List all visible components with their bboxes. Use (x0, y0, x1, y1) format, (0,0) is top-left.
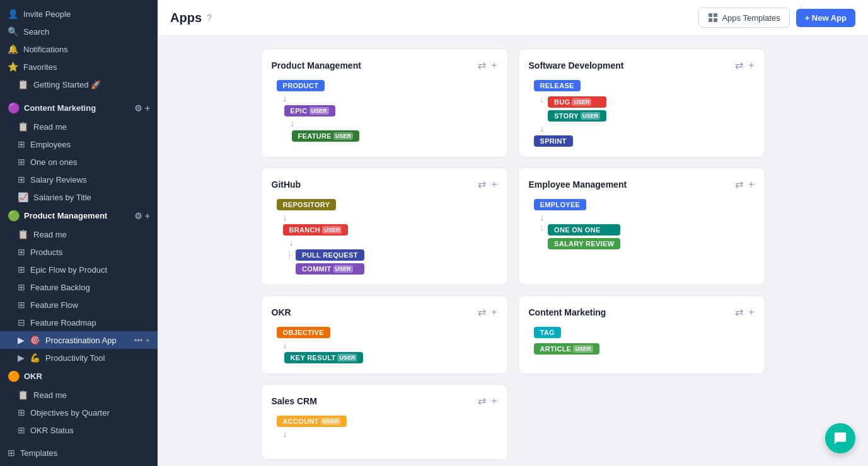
add-icon[interactable]: + (491, 395, 497, 407)
target-icon: 🎯 (30, 335, 40, 345)
settings-icon[interactable]: ⇄ (478, 395, 486, 407)
card-actions-github: ⇄ + (478, 178, 497, 190)
sidebar-item-pm-epic-flow[interactable]: ⊞ Epic Flow by Product (0, 261, 158, 278)
sidebar-item-okr-readme[interactable]: 📋 Read me (0, 386, 158, 404)
card-header-product-management: Product Management ⇄ + (272, 59, 497, 71)
templates-icon: ⊞ (8, 448, 15, 458)
entity-flow-sales-crm: ACCOUNT USER ↓ (272, 416, 497, 438)
entity-row: REPOSITORY (277, 199, 497, 210)
sidebar-label-pm-feature-backlog: Feature Backlog (30, 283, 90, 292)
card-title-content-marketing: Content Marketing (529, 307, 606, 317)
sidebar-item-cm-salary-reviews[interactable]: ⊞ Salary Reviews (0, 171, 158, 188)
sidebar-item-invite-people[interactable]: 👤 Invite People (0, 5, 158, 23)
arrow-down: ↓ (277, 94, 497, 103)
sidebar-item-cm-readme[interactable]: 📋 Read me (0, 118, 158, 135)
sidebar-item-cm-employees[interactable]: ⊞ Employees (0, 135, 158, 153)
sidebar-group-label-okr: OKR (24, 372, 42, 381)
sidebar-label-pm-feature-roadmap: Feature Roadmap (30, 318, 96, 327)
add-icon[interactable]: + (491, 179, 497, 190)
settings-icon[interactable]: ⇄ (478, 59, 486, 71)
muscle-icon: 💪 (30, 353, 40, 363)
entity-row: RELEASE (534, 80, 755, 91)
sidebar-item-apps[interactable]: ⊞ Apps + New App (0, 462, 158, 466)
sidebar-label-notifications: Notifications (23, 45, 68, 54)
card-title-sales-crm: Sales CRM (272, 396, 317, 406)
entity-row: EPIC USER (277, 105, 497, 116)
add-icon[interactable]: + (491, 60, 497, 71)
sidebar-item-templates[interactable]: ⊞ Templates (0, 444, 158, 462)
sidebar-label-favorites: Favorites (23, 62, 57, 72)
add-icon[interactable]: + (145, 103, 150, 113)
add-icon[interactable]: + (748, 307, 754, 318)
settings-icon[interactable]: ⇄ (735, 59, 743, 71)
more-icon[interactable]: ••• (134, 336, 143, 345)
entity-flow-content-marketing: TAG ARTICLE USER (529, 327, 755, 355)
sidebar-item-procrastination-app[interactable]: ▶ 🎯 Procrastination App ••• + (0, 331, 158, 349)
sidebar-label-search: Search (23, 27, 49, 37)
sidebar-group-content-marketing[interactable]: 🟣 Content Marketing ⚙ + (0, 98, 158, 118)
entity-flow-github: REPOSITORY ↓ BRANCH USER ↓ ├ PULL REQUES… (272, 199, 497, 275)
settings-icon[interactable]: ⚙ (134, 211, 142, 221)
add-icon[interactable]: + (748, 60, 754, 71)
sidebar-label-cm-readme: Read me (33, 122, 67, 132)
grid-icon: ⊞ (18, 174, 25, 185)
sidebar-group-product-management[interactable]: 🟢 Product Management ⚙ + (0, 206, 158, 225)
sidebar-item-getting-started[interactable]: 📋 Getting Started 🚀 (0, 76, 158, 93)
settings-icon[interactable]: ⇄ (735, 178, 743, 190)
page-title: Apps (170, 11, 202, 25)
svg-rect-3 (714, 18, 717, 22)
sidebar-group-okr[interactable]: 🟠 OKR (0, 367, 158, 386)
settings-icon[interactable]: ⇄ (478, 178, 486, 190)
card-employee-management: Employee Management ⇄ + EMPLOYEE ↓ └ ONE… (518, 168, 765, 285)
apps-templates-button[interactable]: Apps Templates (698, 8, 789, 28)
add-icon[interactable]: + (145, 211, 150, 221)
apps-templates-label: Apps Templates (722, 13, 780, 23)
template-icon (708, 13, 718, 23)
chat-button[interactable] (825, 423, 855, 453)
sidebar-item-pm-feature-backlog[interactable]: ⊞ Feature Backlog (0, 278, 158, 296)
grid-icon: ⊞ (18, 139, 25, 149)
arrow-down: ↓ (534, 213, 755, 222)
sidebar-label-pm-readme: Read me (33, 230, 67, 239)
add-icon[interactable]: + (491, 307, 497, 318)
settings-icon[interactable]: ⇄ (478, 306, 486, 318)
sidebar-item-pm-products[interactable]: ⊞ Products (0, 243, 158, 261)
entity-row: TAG (534, 327, 755, 338)
arrow-down: ↓ (277, 429, 497, 438)
entity-flow-software-development: RELEASE └ BUG USER STORY USER ↓ SPRINT (529, 80, 755, 147)
entity-pill-key-result: KEY RESULT USER (284, 352, 364, 363)
card-sales-crm: Sales CRM ⇄ + ACCOUNT USER ↓ (261, 384, 508, 460)
card-header-content-marketing: Content Marketing ⇄ + (529, 306, 755, 318)
sidebar-item-pm-feature-roadmap[interactable]: ⊟ Feature Roadmap (0, 314, 158, 331)
sidebar-item-pm-feature-flow[interactable]: ⊞ Feature Flow (0, 296, 158, 314)
add-icon[interactable]: + (748, 179, 754, 190)
sidebar-item-pm-readme[interactable]: 📋 Read me (0, 225, 158, 243)
entity-pill-epic: EPIC USER (284, 105, 335, 116)
roadmap-icon: ⊟ (18, 317, 25, 327)
settings-icon[interactable]: ⚙ (134, 103, 142, 113)
sidebar-item-notifications[interactable]: 🔔 Notifications (0, 40, 158, 58)
sidebar-item-okr-objectives[interactable]: ⊞ Objectives by Quarter (0, 404, 158, 421)
add-icon[interactable]: + (145, 336, 150, 345)
sidebar-label-procrastination-app: Procrastination App (45, 336, 117, 345)
doc-icon: 📋 (18, 229, 28, 239)
grid-icon: ⊞ (18, 264, 25, 275)
card-title-okr: OKR (272, 307, 291, 317)
sidebar-item-search[interactable]: 🔍 Search (0, 23, 158, 40)
help-icon[interactable]: ? (207, 13, 212, 23)
new-app-button[interactable]: + New App (796, 9, 855, 27)
sidebar-item-okr-status[interactable]: ⊞ OKR Status (0, 421, 158, 439)
card-actions-content-marketing: ⇄ + (735, 306, 754, 318)
entity-row: BRANCH USER (277, 224, 497, 236)
sidebar-item-productivity-tool[interactable]: ▶ 💪 Productivity Tool (0, 349, 158, 367)
sidebar-item-favorites[interactable]: ⭐ Favorites (0, 58, 158, 76)
sidebar-item-cm-salaries-by-title[interactable]: 📈 Salaries by Title (0, 188, 158, 206)
sidebar-label-okr-readme: Read me (33, 390, 67, 400)
chart-icon: 📈 (18, 192, 28, 202)
entity-pill-branch: BRANCH USER (283, 224, 349, 236)
grid-icon: ⊞ (18, 407, 25, 418)
settings-icon[interactable]: ⇄ (735, 306, 743, 318)
sidebar-item-cm-one-on-ones[interactable]: ⊞ One on ones (0, 153, 158, 171)
entity-pill-product: PRODUCT (277, 80, 325, 91)
sidebar-label-cm-employees: Employees (30, 140, 71, 149)
